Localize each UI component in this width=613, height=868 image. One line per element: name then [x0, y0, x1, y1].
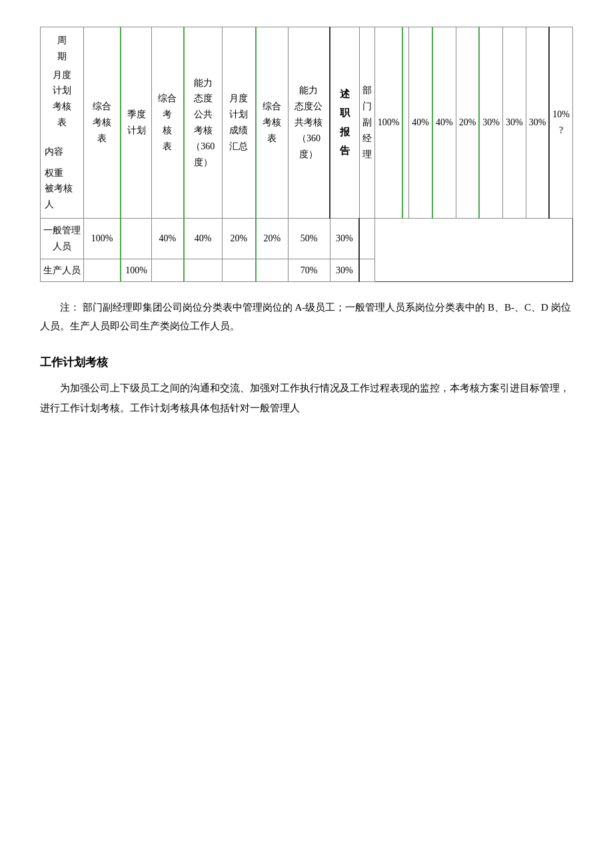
- note-section: 注： 部门副经理即集团公司岗位分类表中管理岗位的 A-级员工；一般管理人员系岗位…: [40, 298, 573, 336]
- header-zonghe-kaohebiao2: 综合 考 核 表: [151, 27, 183, 219]
- header-zonghe-kaohebiao3: 综合 考核 表: [256, 27, 288, 219]
- row-bumenfujingli-col4: 40%: [432, 27, 456, 219]
- row-yiban-guanli-col5: 20%: [222, 218, 256, 259]
- row-shengchan-col7: 70%: [288, 259, 330, 281]
- header-yudu-jihua-chengjihui: 月度 计划 成绩 汇总: [222, 27, 256, 219]
- header-zonghe-kaohe-biao: 综合 考核 表: [84, 27, 121, 219]
- row-bumenfujingli-col7: 30%: [502, 27, 526, 219]
- row-shengchan-col1: [84, 259, 121, 281]
- row-yiban-guanli-col8: 30%: [330, 218, 359, 259]
- row-bumenfujingli-col5: 20%: [456, 27, 479, 219]
- row-shengchan-col6: [256, 259, 288, 281]
- note-label: 注：: [60, 302, 80, 313]
- row-bumenfujingli-col1: 100%: [374, 27, 402, 219]
- row-shengchan-name: 生产人员: [41, 259, 84, 281]
- row-yiban-guanli-name: 一般管理 人员: [41, 218, 84, 259]
- row-yiban-guanli-col7: 50%: [288, 218, 330, 259]
- section-body: 为加强公司上下级员工之间的沟通和交流、加强对工作执行情况及工作过程表现的监控，本…: [40, 378, 573, 418]
- row-shengchan-col5: [222, 259, 256, 281]
- row-bumenfujingli-col2: [402, 27, 409, 219]
- row-yiban-guanli-col3: 40%: [151, 218, 183, 259]
- header-neirong: 周 期 月度 计划 考核 表 内容 权重 被考核人: [41, 27, 84, 219]
- assessment-table: 周 期 月度 计划 考核 表 内容 权重 被考核人: [40, 27, 573, 282]
- section-title: 工作计划考核: [40, 355, 573, 370]
- header-nengli-taidu-gonggong: 能力 态度 公共 考核 （360 度）: [184, 27, 223, 219]
- row-shengchan-col3: [151, 259, 183, 281]
- row-bumenfujingli-col8: 30%: [526, 27, 549, 219]
- row-shengchan-col9: [359, 259, 374, 281]
- row-yiban-guanli-col2: [121, 218, 151, 259]
- row-bumenfujingli-name: 部门副经 理: [359, 27, 374, 219]
- header-shuzhi-baogao: 述 职 报 告: [330, 27, 359, 219]
- main-table-wrapper: 周 期 月度 计划 考核 表 内容 权重 被考核人: [40, 27, 573, 282]
- row-shengchan-col2: 100%: [121, 259, 151, 281]
- note-text: 部门副经理即集团公司岗位分类表中管理岗位的 A-级员工；一般管理人员系岗位分类表…: [40, 302, 571, 332]
- row-yiban-guanli-col1: 100%: [84, 218, 121, 259]
- row-bumenfujingli-col6: 30%: [479, 27, 502, 219]
- row-yiban-guanli-col9: [359, 218, 374, 259]
- header-jidu-jihua: 季度 计划: [121, 27, 151, 219]
- row-bumenfujingli-col3: 40%: [409, 27, 432, 219]
- row-shengchan-col8: 30%: [330, 259, 359, 281]
- header-nengli-taidu-gonggong-360: 能力 态度公 共考核 （360 度）: [288, 27, 330, 219]
- row-yiban-guanli-col4: 40%: [184, 218, 223, 259]
- row-bumenfujingli-col9: 10% ?: [549, 27, 572, 219]
- row-yiban-guanli-col6: 20%: [256, 218, 288, 259]
- row-shengchan-col4: [184, 259, 223, 281]
